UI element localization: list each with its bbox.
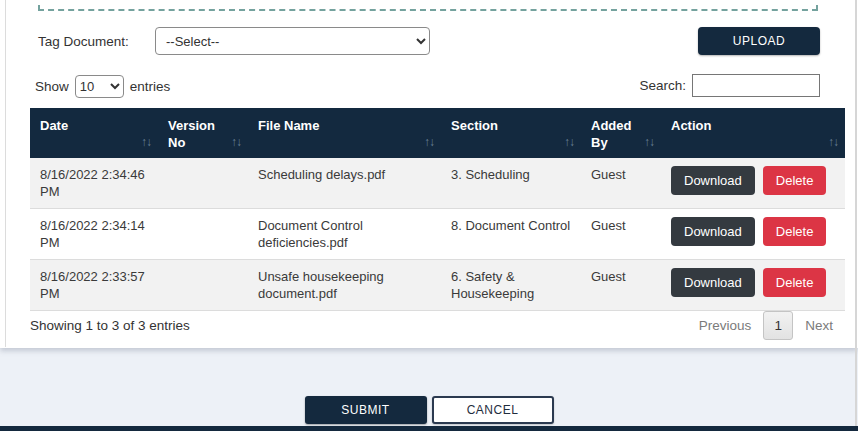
column-header-version-no[interactable]: Version No ↑↓ [158,108,248,158]
upload-button[interactable]: UPLOAD [698,27,820,55]
sort-icon[interactable]: ↑↓ [644,134,654,151]
cell-added-by: Guest [581,158,661,209]
cell-section: 3. Scheduling [441,158,581,209]
cell-action: DownloadDelete [661,209,845,260]
table-row: 8/16/2022 2:33:57 PM Unsafe housekeeping… [30,260,845,311]
upload-dropzone-bottom-edge [38,0,818,11]
delete-button[interactable]: Delete [763,268,827,297]
sort-icon[interactable]: ↑↓ [564,134,574,151]
show-label: Show [35,79,69,94]
search-control: Search: [639,74,820,97]
sort-icon[interactable]: ↑↓ [141,134,151,151]
cell-date: 8/16/2022 2:34:14 PM [30,209,158,260]
column-header-file-name[interactable]: File Name ↑↓ [248,108,441,158]
entries-select[interactable]: 10 [75,75,124,98]
table-header: Date ↑↓ Version No ↑↓ File Name ↑↓ Secti… [30,108,845,158]
cell-version-no [158,209,248,260]
right-edge-divider [855,0,857,426]
cell-added-by: Guest [581,260,661,311]
form-actions: SUBMIT CANCEL [0,396,858,424]
cell-section: 8. Document Control [441,209,581,260]
download-button[interactable]: Download [671,166,755,195]
delete-button[interactable]: Delete [763,166,827,195]
page-length-control: Show 10 entries [35,75,170,98]
cell-action: DownloadDelete [661,260,845,311]
table-row: 8/16/2022 2:34:46 PM Scheduling delays.p… [30,158,845,209]
download-button[interactable]: Download [671,217,755,246]
page-number-button[interactable]: 1 [763,311,793,340]
cell-version-no [158,260,248,311]
column-header-action[interactable]: Action ↑↓ [661,108,845,158]
cell-file-name: Scheduling delays.pdf [248,158,441,209]
cell-file-name: Document Control deficiencies.pdf [248,209,441,260]
next-page-button[interactable]: Next [793,312,845,339]
pagination: Previous 1 Next [687,311,845,340]
column-header-added-by[interactable]: Added By ↑↓ [581,108,661,158]
cell-added-by: Guest [581,209,661,260]
entries-label: entries [130,79,171,94]
cell-section: 6. Safety & Housekeeping [441,260,581,311]
sort-icon[interactable]: ↑↓ [828,134,838,151]
download-button[interactable]: Download [671,268,755,297]
content-card: Tag Document: --Select-- UPLOAD Show 10 … [0,0,858,348]
cell-date: 8/16/2022 2:33:57 PM [30,260,158,311]
delete-button[interactable]: Delete [763,217,827,246]
entries-info: Showing 1 to 3 of 3 entries [30,318,190,333]
column-header-date[interactable]: Date ↑↓ [30,108,158,158]
search-label: Search: [639,78,686,93]
cell-file-name: Unsafe housekeeping document.pdf [248,260,441,311]
submit-button[interactable]: SUBMIT [305,396,427,424]
tag-document-label: Tag Document: [38,34,129,49]
cancel-button[interactable]: CANCEL [432,396,554,424]
tag-document-select[interactable]: --Select-- [155,27,430,55]
left-edge-divider [5,0,6,347]
table-footer: Showing 1 to 3 of 3 entries Previous 1 N… [30,306,845,344]
cell-action: DownloadDelete [661,158,845,209]
previous-page-button[interactable]: Previous [687,312,764,339]
cell-version-no [158,158,248,209]
document-upload-page: Tag Document: --Select-- UPLOAD Show 10 … [0,0,858,431]
sort-icon[interactable]: ↑↓ [231,134,241,151]
cell-date: 8/16/2022 2:34:46 PM [30,158,158,209]
sort-icon[interactable]: ↑↓ [424,134,434,151]
column-header-section[interactable]: Section ↑↓ [441,108,581,158]
search-input[interactable] [692,74,820,97]
documents-table: Date ↑↓ Version No ↑↓ File Name ↑↓ Secti… [30,108,845,311]
bottom-navy-bar [0,426,858,431]
table-row: 8/16/2022 2:34:14 PM Document Control de… [30,209,845,260]
